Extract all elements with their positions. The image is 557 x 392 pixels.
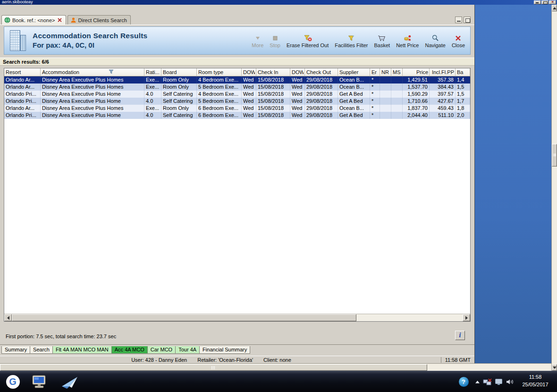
cell: Self Catering <box>161 91 197 98</box>
bottom-tab-financial-summary[interactable]: Financial Summary <box>199 346 250 354</box>
cell: 1,5 <box>456 91 470 98</box>
cell: 427.67 <box>430 98 456 105</box>
toolbar-navigate-button[interactable]: Navigate <box>422 32 447 49</box>
toolbar-more-button: More <box>249 32 266 49</box>
taskbar-clock[interactable]: 11:58 25/05/2017 <box>515 374 555 389</box>
cell: Self Catering <box>161 112 197 119</box>
vertical-scroll-thumb[interactable] <box>552 144 557 167</box>
cell: Wed <box>242 83 256 91</box>
cell: Wed <box>290 91 305 98</box>
column-header-accommodation[interactable]: Accommodation <box>41 68 144 76</box>
column-header-resort[interactable]: Resort <box>4 68 41 76</box>
column-header-supplier[interactable]: Supplier <box>338 68 370 76</box>
help-icon[interactable]: ? <box>458 374 469 390</box>
cell: * <box>370 76 380 83</box>
scroll-thumb[interactable] <box>12 314 356 321</box>
result-row-2[interactable]: Orlando Ar...Disney Area Executive Plus … <box>4 83 470 91</box>
cell: 357.38 <box>430 76 456 83</box>
column-header-dow[interactable]: DOW <box>290 68 305 76</box>
filter-funnel-icon[interactable] <box>109 69 143 75</box>
cell: Disney Area Executive Plus Homes <box>41 76 144 83</box>
toolbar-erase-filtered-out-button[interactable]: Erase Filtered Out <box>284 32 331 49</box>
cell: 6 Bedroom Exe... <box>197 105 242 112</box>
table-horizontal-scrollbar <box>4 314 470 321</box>
tab-direct-clients-search[interactable]: Direct Clients Search <box>68 15 131 25</box>
speaker-icon[interactable] <box>505 374 515 390</box>
scroll-left-icon[interactable] <box>4 314 12 321</box>
cell: 4 Bedroom Exe... <box>197 91 242 98</box>
column-header-price[interactable]: Price <box>403 68 430 76</box>
cell: Orlando Ar... <box>4 76 41 83</box>
cell: * <box>370 91 380 98</box>
scroll-down-icon[interactable] <box>552 364 557 371</box>
cell: 5 Bedroom Exe... <box>197 83 242 91</box>
column-header-room-type[interactable]: Room type <box>197 68 242 76</box>
info-button[interactable]: i <box>455 331 465 340</box>
cell: 4 Bedroom Exe... <box>197 76 242 83</box>
panel-expand-icon[interactable] <box>464 17 471 23</box>
minimize-button[interactable] <box>534 0 541 4</box>
close-button[interactable] <box>549 0 556 4</box>
horizontal-scroll-thumb[interactable] <box>0 364 427 371</box>
maximize-button[interactable] <box>541 0 549 4</box>
result-row-6[interactable]: Orlando Pri...Disney Area Executive Plus… <box>4 112 470 119</box>
bottom-tab-flt-4a-man-mco-man[interactable]: Flt 4A MAN MCO MAN <box>52 346 112 354</box>
cell: Wed <box>290 83 305 91</box>
bottom-tab-tour-4a[interactable]: Tour 4A <box>175 346 200 354</box>
column-header-nr[interactable]: NR <box>380 68 391 76</box>
result-row-5[interactable]: Orlando Ar...Disney Area Executive Plus … <box>4 105 470 112</box>
cell: * <box>370 112 380 119</box>
display-icon[interactable] <box>494 374 503 390</box>
cell: Orlando Ar... <box>4 83 41 91</box>
result-row-1[interactable]: Orlando Ar...Disney Area Executive Plus … <box>4 76 470 83</box>
column-header-ms[interactable]: MS <box>391 68 403 76</box>
toolbar-nett-price-button[interactable]: Nett Price <box>394 32 421 49</box>
cell: 29/08/2018 <box>305 91 338 98</box>
travel-app-icon[interactable] <box>59 374 80 390</box>
panel-collapse-icon[interactable] <box>455 17 462 23</box>
scroll-right-icon[interactable] <box>463 314 470 321</box>
cell: Get A Bed <box>338 112 370 119</box>
cell <box>391 91 403 98</box>
remote-title-bar: aerin.skibooteay <box>0 0 557 5</box>
cell: 2,044.40 <box>403 112 430 119</box>
result-row-3[interactable]: Orlando Pri...Disney Area Executive Plus… <box>4 91 470 98</box>
column-header-board[interactable]: Board <box>161 68 197 76</box>
cell: 1,7 <box>456 98 470 105</box>
column-header-er[interactable]: Er <box>370 68 380 76</box>
desktop-vertical-scrollbar <box>551 5 557 371</box>
column-header-rati[interactable]: Rati... <box>144 68 161 76</box>
cell: 459.43 <box>430 105 456 112</box>
tab-close-icon[interactable] <box>57 17 62 23</box>
column-header-check-in[interactable]: Check In <box>256 68 290 76</box>
status-time: 11:58 GMT <box>441 357 471 363</box>
bottom-tab-car-mco[interactable]: Car MCO <box>147 346 176 354</box>
tray-chevron-icon[interactable] <box>474 374 481 390</box>
bottom-tab-search[interactable]: Search <box>30 346 53 354</box>
toolbar-close-button[interactable]: Close <box>449 32 467 49</box>
toolbar-basket-button[interactable]: Basket <box>372 32 393 49</box>
column-header-dow[interactable]: DOW <box>242 68 256 76</box>
bottom-tab-summary[interactable]: Summary <box>1 346 30 354</box>
cell: 2,0 <box>456 112 470 119</box>
network-disconnected-icon[interactable] <box>482 374 492 390</box>
cell: 511.10 <box>430 112 456 119</box>
bottom-tab-acc-4a-mco[interactable]: Acc 4A MCO <box>111 346 148 354</box>
column-header-incl-fl-pp[interactable]: Incl.Fl.PP <box>430 68 456 76</box>
browser-icon[interactable]: G <box>5 374 21 390</box>
tab-book-ref-none[interactable]: Book. ref.: <none> <box>1 15 66 25</box>
column-header-ba[interactable]: Ba <box>456 68 470 76</box>
result-row-4[interactable]: Orlando Pri...Disney Area Executive Plus… <box>4 98 470 105</box>
cell <box>380 112 391 119</box>
cell: Wed <box>242 112 256 119</box>
cell: Wed <box>290 76 305 83</box>
column-header-check-out[interactable]: Check Out <box>305 68 338 76</box>
cell: Exe... <box>144 83 161 91</box>
my-computer-icon[interactable] <box>30 374 49 390</box>
cell: 15/08/2018 <box>256 98 290 105</box>
cell: Disney Area Executive Plus Home <box>41 112 144 119</box>
cell: Self Catering <box>161 98 197 105</box>
toolbar-facilities-filter-button[interactable]: Facilities Filter <box>332 32 370 49</box>
scroll-up-icon[interactable] <box>552 5 557 11</box>
cell: 6 Bedroom Exe... <box>197 112 242 119</box>
